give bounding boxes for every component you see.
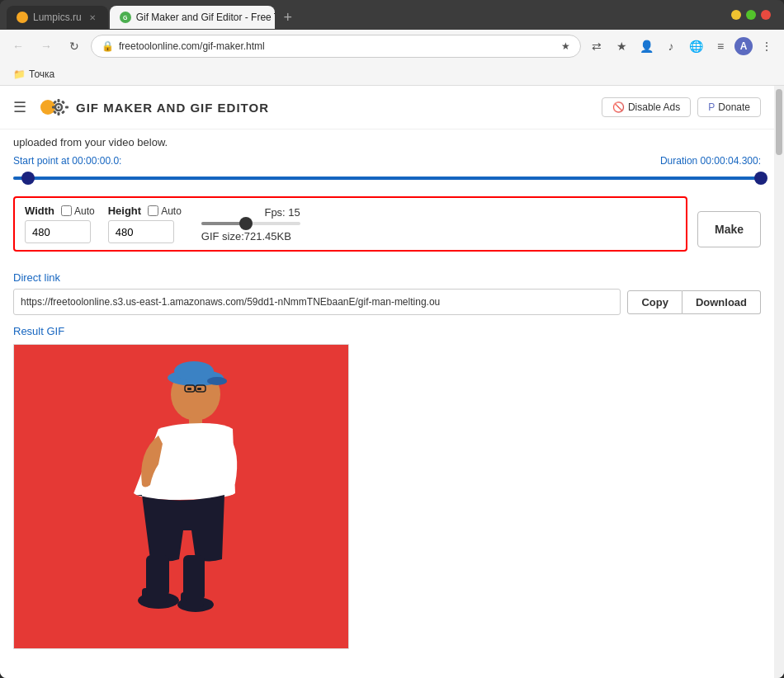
music-icon[interactable]: ♪ <box>660 35 682 57</box>
svg-rect-6 <box>65 106 68 109</box>
slider-left-thumb[interactable] <box>21 172 35 185</box>
hamburger-menu[interactable]: ☰ <box>13 98 26 116</box>
height-auto-checkbox[interactable] <box>148 205 158 216</box>
fps-label: Fps: 15 <box>201 206 300 219</box>
slider-labels: Start point at 00:00:00.0: Duration 00:0… <box>13 155 761 167</box>
direct-link-input[interactable] <box>13 289 621 315</box>
site-logo-icon <box>40 92 69 122</box>
width-group: Width Auto <box>25 205 95 243</box>
tab-gif-label: Gif Maker and Gif Editor - Free T... <box>136 12 275 23</box>
bookmark-label: Точка <box>29 68 54 80</box>
range-slider[interactable] <box>13 177 761 180</box>
result-section: Result GIF <box>13 325 761 649</box>
content-area: uploaded from your video below. Start po… <box>0 129 774 662</box>
disable-ads-icon: 🚫 <box>612 101 625 113</box>
fps-thumb[interactable] <box>239 217 253 230</box>
site-logo: ☰ <box>13 92 269 122</box>
forward-button[interactable]: → <box>35 35 58 58</box>
svg-rect-26 <box>183 555 205 600</box>
download-button[interactable]: Download <box>682 290 761 314</box>
scrollbar-thumb[interactable] <box>776 89 782 155</box>
address-text: freetoolonline.com/gif-maker.html <box>119 40 556 52</box>
bookmark-folder-icon: 📁 <box>13 68 26 80</box>
tabs-container: Lumpics.ru ✕ G Gif Maker and Gif Editor … <box>7 1 728 29</box>
svg-rect-5 <box>52 106 55 109</box>
lumpics-favicon <box>17 12 28 23</box>
svg-rect-4 <box>58 112 60 115</box>
donate-button[interactable]: P Donate <box>697 97 761 117</box>
bookmarks-bar: 📁 Точка <box>0 63 784 86</box>
settings-box: Width Auto Height <box>13 196 687 252</box>
height-label-row: Height Auto <box>108 205 182 217</box>
action-buttons: Copy Download <box>627 290 761 314</box>
gif-size-label: GIF size:721.45KB <box>201 230 300 242</box>
site-title: GIF MAKER AND GIF EDITOR <box>76 101 269 115</box>
window-controls <box>731 10 771 20</box>
more-options-button[interactable]: ⋮ <box>756 35 777 57</box>
slider-right-thumb[interactable] <box>754 172 767 185</box>
globe-icon[interactable]: 🌐 <box>685 35 706 57</box>
page-content: ☰ <box>0 86 784 678</box>
fps-slider[interactable] <box>201 222 300 225</box>
tab-lumpics[interactable]: Lumpics.ru ✕ <box>7 6 108 29</box>
donate-label: Donate <box>718 101 750 113</box>
profile-avatar[interactable]: A <box>734 37 753 55</box>
upload-text: uploaded from your video below. <box>13 136 761 148</box>
height-input[interactable] <box>108 220 174 243</box>
height-group: Height Auto <box>108 205 182 243</box>
header-buttons: 🚫 Disable Ads P Donate <box>602 97 761 117</box>
direct-link-label: Direct link <box>13 271 761 284</box>
nav-icons: ⇄ ★ 👤 ♪ 🌐 ≡ A ⋮ <box>586 35 777 57</box>
svg-rect-10 <box>61 111 65 115</box>
svg-rect-25 <box>146 555 169 596</box>
slider-row <box>13 170 761 186</box>
svg-rect-16 <box>197 388 201 390</box>
tab-gif-maker[interactable]: G Gif Maker and Gif Editor - Free T... ✕ <box>110 6 275 29</box>
direct-link-row: Copy Download <box>13 289 761 315</box>
browser-window: Lumpics.ru ✕ G Gif Maker and Gif Editor … <box>0 0 784 678</box>
tab-lumpics-label: Lumpics.ru <box>33 12 82 23</box>
minimize-button[interactable] <box>731 10 741 20</box>
gif-favicon: G <box>120 12 131 23</box>
site-header: ☰ <box>0 86 774 129</box>
width-auto-check[interactable]: Auto <box>61 205 95 217</box>
direct-link-section: Direct link Copy Download <box>13 271 761 315</box>
svg-point-14 <box>207 377 227 385</box>
height-auto-label: Auto <box>161 205 182 217</box>
character-svg <box>14 345 349 649</box>
copy-button[interactable]: Copy <box>627 290 682 314</box>
result-label: Result GIF <box>13 325 761 337</box>
width-label-row: Width Auto <box>25 205 95 217</box>
menu-list-icon[interactable]: ≡ <box>710 35 731 57</box>
bookmark-star-icon[interactable]: ★ <box>611 35 632 57</box>
bookmark-tochka[interactable]: 📁 Точка <box>7 67 61 82</box>
scrollbar[interactable] <box>774 86 784 678</box>
svg-rect-15 <box>187 388 191 390</box>
svg-rect-3 <box>58 99 60 102</box>
disable-ads-button[interactable]: 🚫 Disable Ads <box>602 97 691 117</box>
width-label: Width <box>25 205 54 217</box>
maximize-button[interactable] <box>746 10 756 20</box>
new-tab-button[interactable]: + <box>276 6 300 29</box>
close-button[interactable] <box>761 10 771 20</box>
donate-icon: P <box>708 101 715 113</box>
tab-lumpics-close[interactable]: ✕ <box>87 12 98 23</box>
reload-button[interactable]: ↻ <box>63 35 86 58</box>
width-input[interactable] <box>25 220 91 243</box>
svg-point-13 <box>174 361 214 381</box>
address-bar[interactable]: 🔒 freetoolonline.com/gif-maker.html ★ <box>91 35 581 58</box>
sync-icon[interactable]: ⇄ <box>586 35 607 57</box>
back-button[interactable]: ← <box>7 35 30 58</box>
page-main: ☰ <box>0 86 774 678</box>
height-auto-check[interactable]: Auto <box>148 205 182 217</box>
nav-bar: ← → ↻ 🔒 freetoolonline.com/gif-maker.htm… <box>0 30 784 63</box>
duration-label: Duration 00:00:04.300: <box>660 155 761 167</box>
account-icon[interactable]: 👤 <box>635 35 657 57</box>
width-auto-checkbox[interactable] <box>61 205 72 216</box>
fps-section: Fps: 15 <box>201 206 300 225</box>
title-bar: Lumpics.ru ✕ G Gif Maker and Gif Editor … <box>0 0 784 30</box>
start-label: Start point at 00:00:00.0: <box>13 155 121 167</box>
svg-rect-8 <box>61 101 65 105</box>
slider-section: Start point at 00:00:00.0: Duration 00:0… <box>13 155 761 186</box>
make-button[interactable]: Make <box>697 211 761 247</box>
